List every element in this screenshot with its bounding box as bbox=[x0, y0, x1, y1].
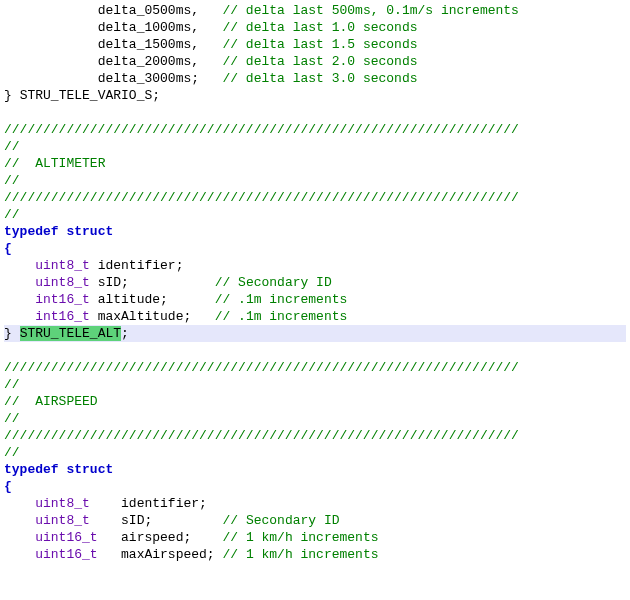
code-line: ////////////////////////////////////////… bbox=[4, 359, 626, 376]
code-line: { bbox=[4, 478, 626, 495]
code-line-highlighted: } STRU_TELE_ALT; bbox=[4, 325, 626, 342]
code-line: uint8_t sID; // Secondary ID bbox=[4, 274, 626, 291]
code-line: uint8_t identifier; bbox=[4, 257, 626, 274]
code-line: // ALTIMETER bbox=[4, 155, 626, 172]
code-line: delta_1500ms, // delta last 1.5 seconds bbox=[4, 36, 626, 53]
code-line: } STRU_TELE_VARIO_S; bbox=[4, 87, 626, 104]
code-line bbox=[4, 342, 626, 359]
code-line: typedef struct bbox=[4, 223, 626, 240]
code-line: uint16_t airspeed; // 1 km/h increments bbox=[4, 529, 626, 546]
code-line: delta_3000ms; // delta last 3.0 seconds bbox=[4, 70, 626, 87]
code-editor[interactable]: delta_0500ms, // delta last 500ms, 0.1m/… bbox=[0, 0, 630, 565]
code-line: // bbox=[4, 172, 626, 189]
code-line: uint8_t sID; // Secondary ID bbox=[4, 512, 626, 529]
code-line: // bbox=[4, 410, 626, 427]
code-line: // bbox=[4, 376, 626, 393]
code-line bbox=[4, 104, 626, 121]
code-line: uint16_t maxAirspeed; // 1 km/h incremen… bbox=[4, 546, 626, 563]
code-line: int16_t maxAltitude; // .1m increments bbox=[4, 308, 626, 325]
code-line: int16_t altitude; // .1m increments bbox=[4, 291, 626, 308]
code-line: // bbox=[4, 206, 626, 223]
code-line: ////////////////////////////////////////… bbox=[4, 121, 626, 138]
code-line: // AIRSPEED bbox=[4, 393, 626, 410]
code-line: // bbox=[4, 444, 626, 461]
code-line: { bbox=[4, 240, 626, 257]
code-line: typedef struct bbox=[4, 461, 626, 478]
code-line: ////////////////////////////////////////… bbox=[4, 189, 626, 206]
code-line: uint8_t identifier; bbox=[4, 495, 626, 512]
code-line: // bbox=[4, 138, 626, 155]
highlighted-symbol: STRU_TELE_ALT bbox=[20, 326, 121, 341]
code-line: delta_2000ms, // delta last 2.0 seconds bbox=[4, 53, 626, 70]
code-line: ////////////////////////////////////////… bbox=[4, 427, 626, 444]
code-line: delta_1000ms, // delta last 1.0 seconds bbox=[4, 19, 626, 36]
code-line: delta_0500ms, // delta last 500ms, 0.1m/… bbox=[4, 2, 626, 19]
